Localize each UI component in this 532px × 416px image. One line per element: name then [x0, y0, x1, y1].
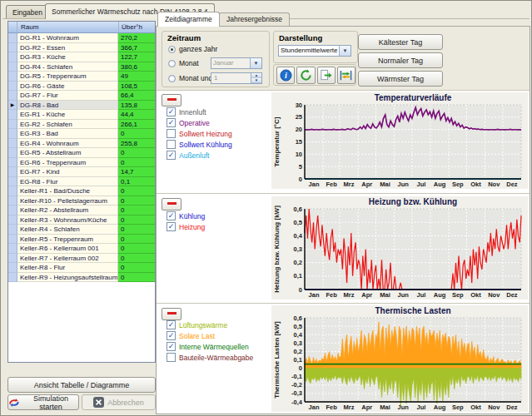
row-selector[interactable] — [8, 206, 17, 215]
table-row[interactable]: Keller-R7 - Kellerraum 0020 — [8, 254, 155, 264]
view-table-diagrams-button[interactable]: Ansicht Tabelle / Diagramme — [7, 377, 156, 393]
current-row-arrow-icon[interactable]: ▶ — [8, 101, 17, 111]
table-row[interactable]: Keller-R9 - Heizungsaufstellraum0 — [8, 273, 155, 283]
radio-monat[interactable]: Monat — [168, 59, 199, 67]
value-cell[interactable]: 66,4 — [118, 91, 155, 101]
column-header-ueberh[interactable]: Über°h — [119, 22, 155, 32]
row-selector[interactable] — [8, 120, 17, 130]
legend-item[interactable]: ✓Außenluft — [167, 150, 270, 161]
legend-item[interactable]: ✓Kühlung — [167, 210, 270, 221]
legend-item[interactable]: Sollwert Kühlung — [167, 139, 270, 150]
start-simulation-button[interactable]: Simulation starten — [7, 394, 79, 410]
value-cell[interactable]: 135,8 — [118, 101, 155, 111]
value-cell[interactable]: 0 — [118, 196, 155, 206]
checkbox-icon[interactable] — [167, 140, 176, 149]
row-selector[interactable] — [8, 52, 17, 62]
day-stepper[interactable]: 1 ▲▼ — [211, 72, 262, 84]
room-cell[interactable]: EG-R6 - Treppenraum — [17, 158, 118, 168]
room-cell[interactable]: EG-R2 - Schlafen — [17, 120, 118, 130]
row-selector[interactable] — [8, 273, 17, 283]
stepper-down-icon[interactable]: ▼ — [251, 78, 261, 83]
tab-jahresergebnisse[interactable]: Jahresergebnisse — [219, 12, 290, 26]
legend-item[interactable]: ✓Interne Wärmequellen — [167, 341, 270, 352]
value-cell[interactable]: 366,7 — [118, 43, 155, 53]
row-selector[interactable] — [8, 158, 17, 168]
room-cell[interactable]: EG-R7 - Kind — [17, 167, 118, 177]
table-row[interactable]: EG-R8 - Flur0,1 — [8, 177, 155, 187]
table-row[interactable]: Keller-R1 - Bad/Dusche0 — [8, 186, 155, 196]
kaeltester-tag-button[interactable]: Kältester Tag — [358, 34, 443, 50]
cancel-button[interactable]: Abbrechen — [82, 394, 156, 410]
row-selector[interactable] — [8, 244, 17, 254]
room-cell[interactable]: Keller-R3 - Wohnraum/Küche — [17, 215, 118, 225]
row-selector[interactable] — [8, 186, 17, 196]
radio-icon[interactable] — [168, 46, 176, 53]
table-row[interactable]: DG-R1 - Wohnraum270,2 — [8, 33, 155, 43]
checkbox-icon[interactable] — [167, 353, 176, 362]
legend-item[interactable]: ✓Innenluft — [167, 106, 270, 117]
row-selector[interactable] — [8, 82, 17, 92]
room-cell[interactable]: Keller-R2 - Abstellraum — [17, 206, 118, 215]
table-row[interactable]: EG-R6 - Treppenraum0 — [8, 158, 155, 168]
table-row[interactable]: EG-R7 - Kind14,7 — [8, 167, 155, 177]
table-row[interactable]: Keller-R6 - Kellerraum 0010 — [8, 244, 155, 254]
checkbox-icon[interactable]: ✓ — [167, 222, 176, 231]
checkbox-icon[interactable]: ✓ — [167, 151, 176, 160]
table-row[interactable]: DG-R7 - Flur66,4 — [8, 91, 155, 101]
row-selector[interactable] — [8, 215, 17, 225]
checkbox-icon[interactable]: ✓ — [167, 320, 176, 329]
value-cell[interactable]: 0 — [118, 254, 155, 264]
value-cell[interactable]: 0 — [118, 235, 155, 245]
tab-eingaben[interactable]: Eingaben — [6, 5, 49, 19]
value-cell[interactable]: 380,6 — [118, 62, 155, 72]
value-cell[interactable]: 0 — [118, 244, 155, 254]
value-cell[interactable]: 0 — [118, 225, 155, 235]
checkbox-icon[interactable]: ✓ — [167, 211, 176, 220]
table-row[interactable]: DG-R5 - Treppenraum49 — [8, 72, 155, 82]
table-row[interactable]: Keller-R3 - Wohnraum/Küche0 — [8, 215, 155, 225]
chevron-down-icon[interactable]: ▼ — [250, 58, 261, 68]
row-selector[interactable] — [8, 225, 17, 235]
row-selector[interactable] — [8, 110, 17, 120]
room-cell[interactable]: Keller-R10 - Pelletslagerraum — [17, 196, 118, 206]
room-cell[interactable]: Keller-R9 - Heizungsaufstellraum — [17, 273, 118, 283]
radio-icon[interactable] — [168, 75, 176, 82]
room-cell[interactable]: Keller-R1 - Bad/Dusche — [17, 186, 118, 196]
row-selector[interactable] — [8, 148, 17, 158]
table-row[interactable]: Keller-R5 - Treppenraum0 — [8, 235, 155, 245]
row-selector[interactable] — [8, 72, 17, 82]
table-row[interactable]: Keller-R10 - Pelletslagerraum0 — [8, 196, 155, 206]
table-row[interactable]: EG-R4 - Wohnraum255,8 — [8, 139, 155, 149]
room-cell[interactable]: DG-R6 - Gäste — [17, 82, 118, 92]
room-cell[interactable]: DG-R1 - Wohnraum — [17, 33, 118, 43]
row-selector[interactable] — [8, 43, 17, 53]
collapse-button[interactable] — [162, 308, 181, 320]
table-row[interactable]: EG-R5 - Abstellraum0 — [8, 148, 155, 158]
value-cell[interactable]: 49 — [118, 72, 155, 82]
room-cell[interactable]: DG-R5 - Treppenraum — [17, 72, 118, 82]
row-selector[interactable] — [8, 33, 17, 43]
legend-item[interactable]: Bauteile-Wärmeabgabe — [167, 352, 270, 363]
row-selector[interactable] — [8, 62, 17, 72]
value-cell[interactable]: 0 — [118, 263, 155, 273]
table-row[interactable]: DG-R6 - Gäste108,5 — [8, 82, 155, 92]
room-cell[interactable]: EG-R4 - Wohnraum — [17, 139, 118, 149]
value-cell[interactable]: 255,8 — [118, 139, 155, 149]
row-selector[interactable] — [8, 196, 17, 206]
value-cell[interactable]: 0 — [118, 148, 155, 158]
room-cell[interactable]: Keller-R6 - Kellerraum 001 — [17, 244, 118, 254]
checkbox-icon[interactable]: ✓ — [167, 118, 176, 127]
row-selector[interactable] — [8, 167, 17, 177]
table-row[interactable]: Keller-R2 - Abstellraum0 — [8, 206, 155, 215]
table-row[interactable]: DG-R2 - Essen366,7 — [8, 43, 155, 53]
table-row[interactable]: DG-R3 - Küche122,7 — [8, 52, 155, 62]
darstellung-select[interactable]: Stundenmittelwerte ▼ — [278, 45, 351, 57]
row-selector[interactable] — [8, 129, 17, 139]
checkbox-icon[interactable] — [167, 129, 176, 138]
chevron-down-icon[interactable]: ▼ — [339, 46, 351, 56]
room-cell[interactable]: DG-R7 - Flur — [17, 91, 118, 101]
table-row[interactable]: EG-R3 - Bad0 — [8, 129, 155, 139]
value-cell[interactable]: 108,5 — [118, 82, 155, 92]
collapse-button[interactable] — [162, 94, 181, 106]
room-cell[interactable]: Keller-R5 - Treppenraum — [17, 235, 118, 245]
